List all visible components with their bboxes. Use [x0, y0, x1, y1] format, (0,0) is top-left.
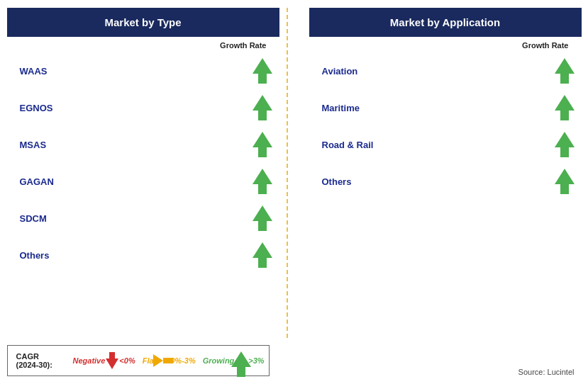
list-item: Others	[309, 163, 582, 200]
aviation-label: Aviation	[322, 66, 358, 77]
left-panel: Market by Type Growth Rate WAAS EGNOS MS…	[7, 8, 279, 338]
legend-box: CAGR(2024-30): Negative <0% Flat 0%-3% G…	[7, 345, 270, 376]
road-rail-label: Road & Rail	[322, 140, 374, 150]
maritime-label: Maritime	[322, 103, 360, 113]
left-growth-rate-label: Growth Rate	[7, 41, 279, 50]
legend-negative: Negative	[73, 356, 106, 365]
green-up-arrow-icon	[253, 169, 272, 194]
list-item: GAGAN	[7, 163, 279, 200]
green-up-arrow-icon	[555, 132, 575, 157]
list-item: Road & Rail	[309, 126, 582, 163]
legend-negative-range: <0%	[119, 356, 135, 365]
bottom-row: CAGR(2024-30): Negative <0% Flat 0%-3% G…	[7, 338, 582, 376]
list-item: Aviation	[309, 52, 582, 89]
list-item: Maritime	[309, 89, 582, 126]
sdcm-label: SDCM	[20, 213, 47, 224]
green-up-arrow-icon	[555, 95, 575, 120]
main-container: Market by Type Growth Rate WAAS EGNOS MS…	[7, 8, 582, 376]
list-item: Others	[7, 237, 279, 273]
waas-label: WAAS	[20, 66, 48, 77]
green-up-arrow-icon	[253, 132, 272, 157]
green-up-arrow-icon	[253, 58, 272, 84]
vertical-divider	[287, 8, 288, 338]
list-item: MSAS	[7, 126, 279, 163]
others-right-label: Others	[322, 176, 352, 187]
green-up-arrow-icon	[253, 205, 272, 231]
legend-flat-range: 0%-3%	[170, 356, 195, 365]
right-panel: Market by Application Growth Rate Aviati…	[295, 8, 582, 338]
gagan-label: GAGAN	[20, 176, 54, 187]
others-left-label: Others	[20, 250, 50, 261]
list-item: EGNOS	[7, 89, 279, 126]
green-up-arrow-icon	[253, 242, 272, 268]
list-item: SDCM	[7, 200, 279, 237]
list-item: WAAS	[7, 52, 279, 89]
green-up-arrow-icon	[555, 58, 575, 84]
green-up-arrow-icon	[555, 169, 575, 194]
source-label: Source: Lucintel	[518, 368, 582, 376]
right-growth-rate-label: Growth Rate	[309, 41, 582, 50]
right-panel-header: Market by Application	[309, 8, 582, 37]
cagr-label: CAGR(2024-30):	[16, 352, 66, 369]
legend-growing: Growing	[203, 356, 235, 365]
content-area: Market by Type Growth Rate WAAS EGNOS MS…	[7, 8, 582, 338]
msas-label: MSAS	[20, 140, 47, 150]
egnos-label: EGNOS	[20, 103, 53, 113]
left-panel-header: Market by Type	[7, 8, 279, 37]
green-up-arrow-icon	[253, 95, 272, 120]
